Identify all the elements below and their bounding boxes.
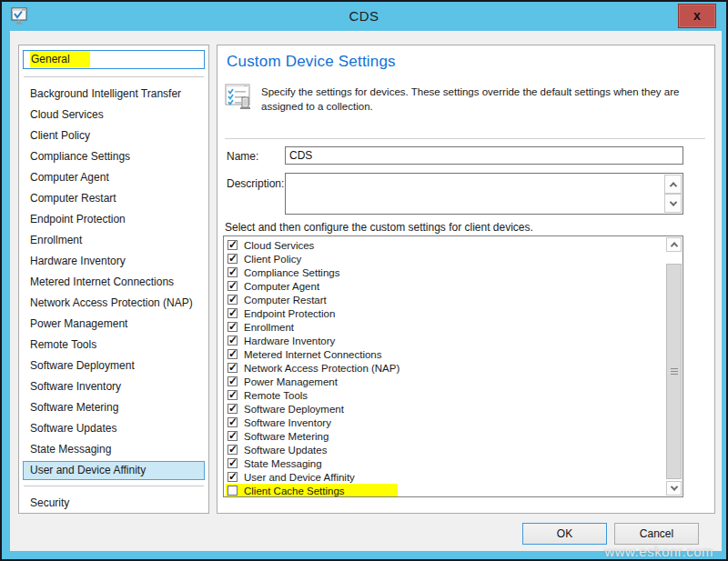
sidebar-item[interactable]: Hardware Inventory <box>19 251 208 272</box>
sidebar-item-label: Compliance Settings <box>30 150 130 163</box>
checklist-label: Power Management <box>244 376 338 387</box>
sidebar-item[interactable]: Power Management <box>19 314 208 335</box>
dialog-window: CDS x GeneralBackground Intelligent Tran… <box>0 0 728 561</box>
sidebar-item[interactable]: Compliance Settings <box>19 146 208 167</box>
sidebar-item[interactable]: State Messaging <box>19 439 208 460</box>
checklist-label: Client Cache Settings <box>244 486 345 496</box>
checklist-row[interactable]: Remote Tools <box>226 388 664 402</box>
description-scrollbar <box>664 175 682 213</box>
sidebar-item[interactable]: Software Updates <box>19 418 208 439</box>
sidebar-item[interactable]: Computer Agent <box>19 167 208 188</box>
checkbox[interactable] <box>228 417 238 427</box>
dialog-body: GeneralBackground Intelligent TransferCl… <box>10 31 722 551</box>
sidebar-item[interactable]: Remote Tools <box>19 335 208 356</box>
checklist-row-content: Software Updates <box>226 443 327 456</box>
chevron-down-icon <box>670 483 677 490</box>
checklist-row[interactable]: State Messaging <box>226 456 664 470</box>
sidebar-list: GeneralBackground Intelligent TransferCl… <box>19 50 208 514</box>
cancel-button[interactable]: Cancel <box>614 523 699 545</box>
checklist-label: Remote Tools <box>244 390 308 401</box>
checklist-row[interactable]: Client Cache Settings <box>226 484 664 497</box>
scroll-up-button[interactable] <box>664 175 682 194</box>
sidebar-item-label: State Messaging <box>30 443 111 456</box>
sidebar-item[interactable]: Metered Internet Connections <box>19 272 208 293</box>
checkbox[interactable] <box>228 390 238 400</box>
sidebar-item[interactable]: General <box>23 50 205 69</box>
checkbox[interactable] <box>228 445 238 455</box>
checkbox[interactable] <box>228 363 238 373</box>
checklist-row[interactable]: Compliance Settings <box>226 265 664 279</box>
sidebar-item[interactable]: Client Policy <box>19 125 208 146</box>
checklist-label: Enrollment <box>244 322 294 333</box>
close-button[interactable]: x <box>678 4 716 28</box>
checkbox[interactable] <box>228 349 238 359</box>
description-input[interactable] <box>285 173 683 215</box>
checkbox[interactable] <box>228 472 238 482</box>
checkbox[interactable] <box>228 336 238 346</box>
sidebar-item[interactable]: Enrollment <box>19 230 208 251</box>
title-bar: CDS x <box>2 2 726 30</box>
checklist-row-content: User and Device Affinity <box>226 470 355 484</box>
checklist-label: User and Device Affinity <box>244 472 355 483</box>
checkbox[interactable] <box>228 458 238 468</box>
sidebar-item[interactable]: Cloud Services <box>19 105 208 125</box>
sidebar-item[interactable]: Network Access Protection (NAP) <box>19 293 208 314</box>
checkbox[interactable] <box>228 254 238 264</box>
checklist-row[interactable]: Client Policy <box>226 252 664 265</box>
checklist-label: Software Metering <box>244 431 329 442</box>
sidebar-item[interactable]: Software Deployment <box>19 356 208 376</box>
checkbox[interactable] <box>228 267 238 277</box>
checklist-row[interactable]: Software Deployment <box>226 402 664 416</box>
checkbox[interactable] <box>228 376 238 386</box>
checkbox[interactable] <box>228 431 238 441</box>
checklist-row[interactable]: Computer Agent <box>226 279 664 293</box>
name-input[interactable] <box>285 146 683 165</box>
sidebar-item[interactable]: Endpoint Protection <box>19 209 208 230</box>
checklist-row[interactable]: Network Access Protection (NAP) <box>226 361 664 375</box>
checkbox[interactable] <box>228 281 238 291</box>
sidebar-item[interactable]: User and Device Affinity <box>23 461 205 480</box>
select-settings-hint: Select and then configure the custom set… <box>225 221 533 234</box>
checklist-row-content: Remote Tools <box>226 388 308 402</box>
settings-checklist-box: Cloud ServicesClient PolicyCompliance Se… <box>223 235 683 497</box>
checklist-row[interactable]: Cloud Services <box>226 238 664 252</box>
checklist-row[interactable]: Hardware Inventory <box>226 334 664 347</box>
checklist-row[interactable]: Endpoint Protection <box>226 306 664 320</box>
checklist-row[interactable]: Computer Restart <box>226 293 664 306</box>
checkbox[interactable] <box>228 404 238 414</box>
checklist-row[interactable]: Power Management <box>226 375 664 388</box>
checkbox[interactable] <box>228 295 238 305</box>
checklist-row-content: Hardware Inventory <box>226 334 335 347</box>
checkbox[interactable] <box>228 240 238 250</box>
checklist-row[interactable]: Software Updates <box>226 443 664 456</box>
sidebar-item[interactable]: Software Metering <box>19 397 208 418</box>
scroll-up-button[interactable] <box>666 237 682 252</box>
sidebar-item-label: Endpoint Protection <box>30 213 126 225</box>
divider <box>24 486 204 486</box>
sidebar-item[interactable]: Software Inventory <box>19 376 208 397</box>
checklist-row[interactable]: Metered Internet Connections <box>226 347 664 361</box>
checklist-row-content: Compliance Settings <box>226 265 339 279</box>
checklist-label: Metered Internet Connections <box>244 349 382 360</box>
scroll-down-button[interactable] <box>664 194 682 213</box>
checklist-label: Cloud Services <box>244 240 314 251</box>
sidebar-item-label: Software Metering <box>30 401 118 414</box>
scroll-down-button[interactable] <box>666 481 682 496</box>
scrollbar-thumb[interactable] <box>666 264 682 479</box>
checkbox[interactable] <box>228 308 238 318</box>
sidebar-item-label: Enrollment <box>30 234 82 246</box>
checklist-row[interactable]: Software Metering <box>226 429 664 443</box>
checklist-row[interactable]: Software Inventory <box>226 416 664 429</box>
grip-icon <box>671 368 678 376</box>
checklist-row[interactable]: User and Device Affinity <box>226 470 664 484</box>
sidebar-item[interactable]: Security <box>19 493 208 514</box>
checklist-label: Hardware Inventory <box>244 336 335 346</box>
chevron-up-icon <box>669 182 676 189</box>
checkbox[interactable] <box>228 486 238 496</box>
checklist-row[interactable]: Enrollment <box>226 320 664 334</box>
checkbox[interactable] <box>228 322 238 332</box>
sidebar-item[interactable]: Computer Restart <box>19 188 208 209</box>
sidebar-item[interactable]: Background Intelligent Transfer <box>19 84 208 105</box>
checklist-row-content: Software Deployment <box>226 402 344 416</box>
ok-button[interactable]: OK <box>522 523 607 545</box>
